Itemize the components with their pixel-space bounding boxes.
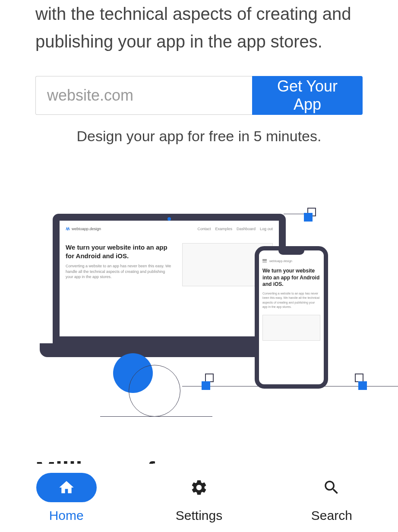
home-icon	[58, 479, 75, 496]
hero-subtext: Design your app for free in 5 minutes.	[35, 128, 363, 145]
conversion-illustration: webtoapp.design Contact Examples Dashboa…	[35, 196, 363, 404]
nav-search-label: Search	[311, 508, 352, 523]
peek-heading: Millions of	[35, 456, 155, 464]
mock-heading-phone: We turn your website into an app for And…	[262, 268, 320, 288]
mock-brand: webtoapp.design	[66, 227, 101, 231]
gear-icon	[190, 478, 208, 497]
bottom-nav: Home Settings Search	[0, 464, 398, 532]
hamburger-icon	[262, 259, 267, 263]
nav-settings-label: Settings	[176, 508, 222, 523]
nav-search[interactable]: Search	[301, 473, 362, 523]
nav-home-label: Home	[49, 508, 84, 523]
website-url-input[interactable]	[35, 76, 252, 115]
laptop-mockup: webtoapp.design Contact Examples Dashboa…	[53, 214, 286, 343]
mock-nav: Contact Examples Dashboard Log out	[197, 227, 273, 231]
decor-circle-outline	[129, 365, 180, 417]
mock-paragraph: Converting a website to an app has never…	[66, 263, 174, 280]
mock-nested-image-phone	[262, 315, 320, 341]
nav-home[interactable]: Home	[36, 473, 97, 523]
get-your-app-button[interactable]: Get Your App	[252, 76, 363, 115]
mock-heading: We turn your website into an app for And…	[66, 243, 174, 260]
nav-settings[interactable]: Settings	[169, 473, 229, 523]
logo-icon	[66, 227, 70, 231]
phone-mockup: webtoapp.design We turn your website int…	[255, 246, 328, 389]
hero-description: with the technical aspects of creating a…	[35, 0, 363, 55]
search-icon	[322, 478, 341, 497]
url-input-row: Get Your App	[35, 76, 363, 115]
mock-paragraph-phone: Converting a website to an app has never…	[262, 291, 320, 310]
